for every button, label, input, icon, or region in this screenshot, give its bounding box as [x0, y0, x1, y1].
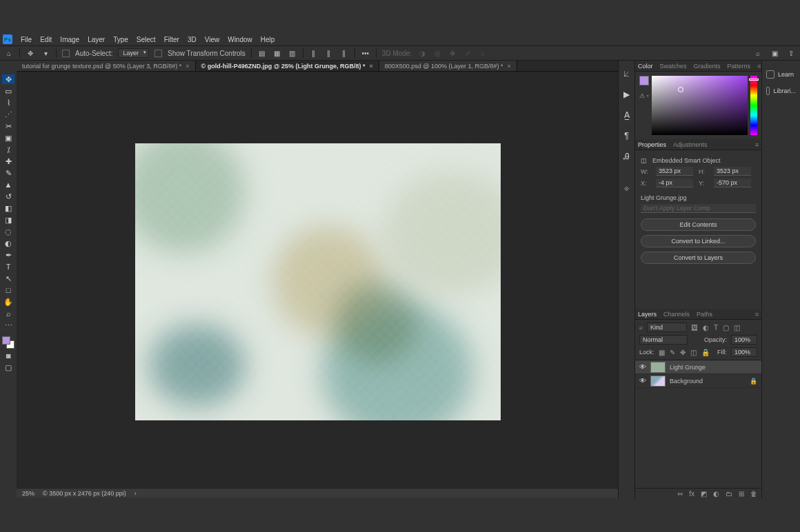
- layer-row[interactable]: 👁 Background 🔒: [635, 374, 761, 388]
- align-center-icon[interactable]: ▦: [272, 48, 282, 58]
- libraries-panel-button[interactable]: Librari...: [762, 83, 800, 99]
- tab-adjustments[interactable]: Adjustments: [673, 141, 708, 148]
- convert-linked-button[interactable]: Convert to Linked...: [641, 235, 756, 247]
- filter-kind-dropdown[interactable]: Kind: [647, 323, 687, 332]
- visibility-icon[interactable]: 👁: [639, 363, 646, 371]
- height-input[interactable]: 3523 px: [714, 167, 751, 176]
- layer-thumb[interactable]: [650, 376, 666, 387]
- paragraph-icon[interactable]: ¶: [624, 131, 628, 141]
- edit-toolbar[interactable]: ⋯: [2, 320, 14, 330]
- layer-name[interactable]: Background: [670, 378, 703, 385]
- hand-tool[interactable]: ✋: [2, 297, 14, 307]
- menu-file[interactable]: File: [17, 34, 36, 45]
- type-tool[interactable]: T: [2, 262, 14, 272]
- tab-close-icon[interactable]: ×: [369, 63, 372, 70]
- lock-artboard-icon[interactable]: ◫: [690, 349, 697, 356]
- filter-adjust-icon[interactable]: ◐: [703, 324, 709, 331]
- healing-tool[interactable]: ✚: [2, 156, 14, 166]
- filter-search-icon[interactable]: ⌕: [639, 324, 643, 331]
- play-icon[interactable]: ▶: [623, 90, 630, 99]
- tab-channels[interactable]: Channels: [663, 311, 690, 318]
- brush-tool[interactable]: ✎: [2, 168, 14, 178]
- color-swatches[interactable]: [2, 336, 14, 349]
- blend-mode-dropdown[interactable]: Normal: [639, 335, 688, 345]
- marquee-tool[interactable]: ▭: [2, 86, 14, 96]
- menu-edit[interactable]: Edit: [36, 34, 56, 45]
- layer-mask-icon[interactable]: ◩: [701, 490, 707, 498]
- character-icon[interactable]: A̲: [624, 110, 630, 120]
- crop-tool[interactable]: ✂: [2, 121, 14, 131]
- gradient-tool[interactable]: ◨: [2, 215, 14, 225]
- visibility-icon[interactable]: 👁: [639, 377, 646, 385]
- panel-menu-icon[interactable]: ≡: [755, 141, 759, 148]
- layer-row[interactable]: 👁 Light Grunge: [635, 360, 761, 374]
- foreground-swatch[interactable]: [639, 76, 649, 85]
- adjustment-layer-icon[interactable]: ◐: [713, 490, 719, 498]
- menu-3d[interactable]: 3D: [183, 34, 201, 45]
- tab-close-icon[interactable]: ×: [186, 63, 189, 70]
- menu-image[interactable]: Image: [56, 34, 83, 45]
- panel-menu-icon[interactable]: ≡: [755, 311, 759, 318]
- x-input[interactable]: -4 px: [656, 178, 693, 187]
- home-icon[interactable]: ⌂: [4, 48, 14, 58]
- wand-tool[interactable]: ⋰: [2, 110, 14, 119]
- show-transform-checkbox[interactable]: [154, 50, 162, 57]
- filter-pixel-icon[interactable]: 🖼: [691, 324, 698, 331]
- workspace-icon[interactable]: ▣: [770, 48, 779, 58]
- status-arrow-icon[interactable]: ›: [134, 490, 137, 497]
- doc-tab[interactable]: 800X500.psd @ 100% (Layer 1, RGB/8#) *×: [379, 61, 517, 71]
- doc-tab[interactable]: © gold-hill-P496ZND.jpg @ 25% (Light Gru…: [196, 61, 379, 71]
- auto-select-checkbox[interactable]: [62, 50, 70, 57]
- doc-info[interactable]: © 3500 px x 2476 px (240 ppi): [43, 490, 126, 497]
- lock-image-icon[interactable]: ✎: [670, 349, 675, 356]
- tab-properties[interactable]: Properties: [638, 141, 666, 148]
- zoom-level[interactable]: 25%: [22, 490, 34, 497]
- eraser-tool[interactable]: ◧: [2, 203, 14, 213]
- layer-thumb[interactable]: [650, 362, 666, 373]
- y-input[interactable]: -570 px: [714, 178, 751, 187]
- tab-close-icon[interactable]: ×: [507, 63, 510, 70]
- filter-smart-icon[interactable]: ◫: [734, 324, 740, 331]
- lasso-tool[interactable]: ⌇: [2, 98, 14, 108]
- align-right-icon[interactable]: ▥: [288, 48, 297, 58]
- more-icon[interactable]: •••: [361, 48, 370, 58]
- glyphs-icon[interactable]: Ꭿ: [623, 152, 630, 161]
- tab-paths[interactable]: Paths: [697, 311, 712, 318]
- shape-tool[interactable]: □: [2, 285, 14, 295]
- learn-panel-button[interactable]: Learn: [762, 66, 800, 83]
- dodge-tool[interactable]: ◐: [2, 238, 14, 248]
- filter-type-icon[interactable]: T: [714, 324, 718, 331]
- frame-tool[interactable]: ▣: [2, 133, 14, 143]
- dropdown-icon[interactable]: ▾: [41, 48, 50, 58]
- layercomp-dropdown[interactable]: Don't Apply Layer Comp: [641, 204, 756, 213]
- eyedropper-tool[interactable]: ⁒: [2, 145, 14, 154]
- layer-style-icon[interactable]: fx: [689, 490, 694, 498]
- distribute-bottom-icon[interactable]: ‖: [339, 48, 349, 58]
- filter-shape-icon[interactable]: ▢: [723, 324, 729, 331]
- menu-view[interactable]: View: [201, 34, 224, 45]
- zoom-tool[interactable]: ⌕: [2, 309, 14, 318]
- distribute-top-icon[interactable]: ‖: [309, 48, 319, 58]
- move-tool[interactable]: ✥: [2, 74, 14, 84]
- tab-swatches[interactable]: Swatches: [660, 63, 687, 70]
- menu-help[interactable]: Help: [257, 34, 279, 45]
- lock-position-icon[interactable]: ✥: [680, 349, 686, 356]
- tab-patterns[interactable]: Patterns: [728, 63, 751, 70]
- hue-slider[interactable]: [750, 76, 757, 135]
- gamut-warning-icon[interactable]: ⚠ ▫: [639, 92, 649, 99]
- distribute-middle-icon[interactable]: ‖: [324, 48, 334, 58]
- path-tool[interactable]: ↖: [2, 274, 14, 283]
- delete-layer-icon[interactable]: 🗑: [750, 490, 757, 498]
- group-icon[interactable]: 🗀: [726, 490, 732, 498]
- menu-filter[interactable]: Filter: [160, 34, 183, 45]
- doc-tab[interactable]: tutorial for grunge texture.psd @ 50% (L…: [17, 61, 196, 71]
- search-icon[interactable]: ⌕: [753, 48, 763, 58]
- menu-type[interactable]: Type: [109, 34, 132, 45]
- edit-contents-button[interactable]: Edit Contents: [641, 218, 756, 231]
- panel-menu-icon[interactable]: ≡: [757, 63, 761, 70]
- tab-gradients[interactable]: Gradients: [694, 63, 721, 70]
- stamp-tool[interactable]: ▲: [2, 180, 14, 190]
- menu-select[interactable]: Select: [132, 34, 160, 45]
- move-tool-icon[interactable]: ✥: [26, 48, 35, 58]
- quick-mask-tool[interactable]: ◙: [2, 351, 14, 360]
